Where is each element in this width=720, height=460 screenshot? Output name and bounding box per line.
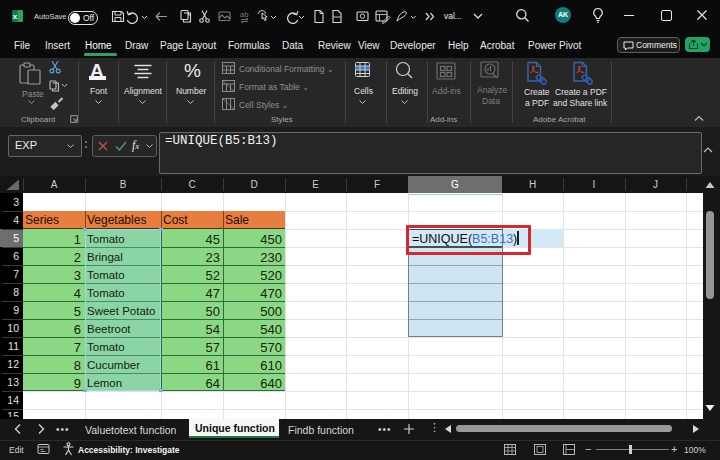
- svg-text:x: x: [13, 12, 18, 21]
- svg-text:ab: ab: [240, 10, 248, 19]
